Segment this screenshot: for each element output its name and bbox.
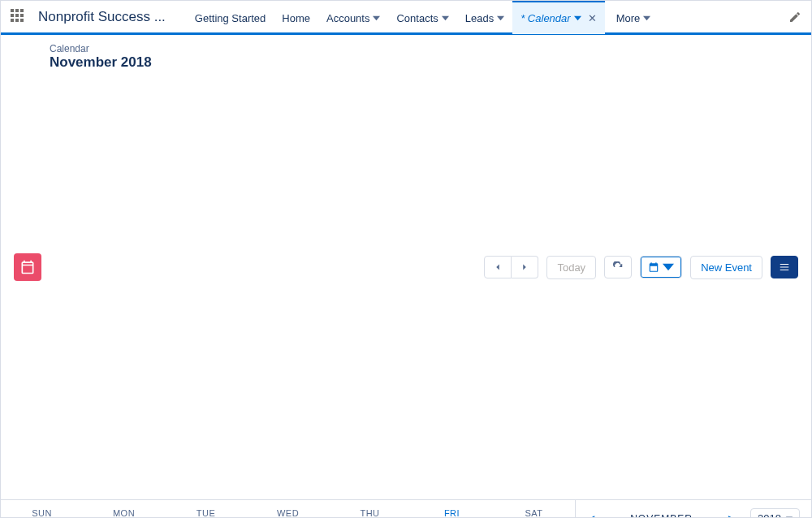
- dow-header: MON: [83, 500, 165, 518]
- next-button[interactable]: [512, 256, 538, 278]
- nav-tab-contacts[interactable]: Contacts: [388, 0, 456, 34]
- sidebar: ◀ NOVEMBER ▶ 2018 SunMonTueWedThuFriSat …: [576, 500, 811, 518]
- mini-next[interactable]: ▶: [728, 513, 736, 519]
- chevron-down-icon: [574, 15, 581, 22]
- app-title: Nonprofit Success ...: [38, 9, 166, 25]
- page-subtitle: Calendar: [50, 43, 152, 54]
- dow-header: SAT: [493, 500, 575, 518]
- year-value: 2018: [758, 512, 781, 518]
- mini-prev[interactable]: ◀: [587, 513, 594, 519]
- chevron-down-icon: [643, 15, 650, 22]
- chevron-down-icon: [373, 15, 380, 22]
- page-title: November 2018: [50, 54, 152, 491]
- nav-tab-more[interactable]: More: [608, 0, 659, 34]
- dow-header: FRI: [411, 500, 493, 518]
- nav-tab-leads[interactable]: Leads: [457, 0, 512, 34]
- close-icon[interactable]: ✕: [588, 12, 597, 24]
- year-select[interactable]: 2018: [750, 508, 800, 518]
- page-header: Calendar November 2018 Today New Event: [1, 35, 811, 500]
- calendar-grid: SUNMONTUEWEDTHUFRISAT Oct 2829304pm Tour…: [1, 500, 576, 518]
- dow-header: TUE: [165, 500, 247, 518]
- refresh-button[interactable]: [604, 256, 632, 278]
- chevron-down-icon: [442, 15, 449, 22]
- main: SUNMONTUEWEDTHUFRISAT Oct 2829304pm Tour…: [1, 500, 811, 518]
- new-event-button[interactable]: New Event: [690, 256, 762, 279]
- nav-prev-next: [484, 256, 538, 278]
- dow-header: WED: [247, 500, 329, 518]
- top-nav: Nonprofit Success ... Getting StartedHom…: [1, 1, 811, 35]
- today-button[interactable]: Today: [546, 256, 596, 279]
- view-switch-button[interactable]: [640, 256, 682, 278]
- dow-header: SUN: [1, 500, 83, 518]
- side-panel-toggle[interactable]: [771, 256, 798, 278]
- app-launcher-icon[interactable]: [11, 9, 27, 25]
- nav-tab-calendar[interactable]: * Calendar✕: [512, 0, 604, 34]
- dow-header: THU: [329, 500, 411, 518]
- chevron-down-icon: [786, 516, 793, 519]
- nav-tab-accounts[interactable]: Accounts: [318, 0, 388, 34]
- chevron-down-icon: [663, 261, 674, 273]
- nav-tab-home[interactable]: Home: [274, 0, 318, 34]
- pencil-icon[interactable]: [788, 11, 801, 24]
- prev-button[interactable]: [484, 256, 512, 278]
- nav-tab-gettingstarted[interactable]: Getting Started: [187, 0, 274, 34]
- mini-month: NOVEMBER: [609, 513, 714, 519]
- calendar-icon: [14, 253, 41, 281]
- chevron-down-icon: [497, 15, 504, 22]
